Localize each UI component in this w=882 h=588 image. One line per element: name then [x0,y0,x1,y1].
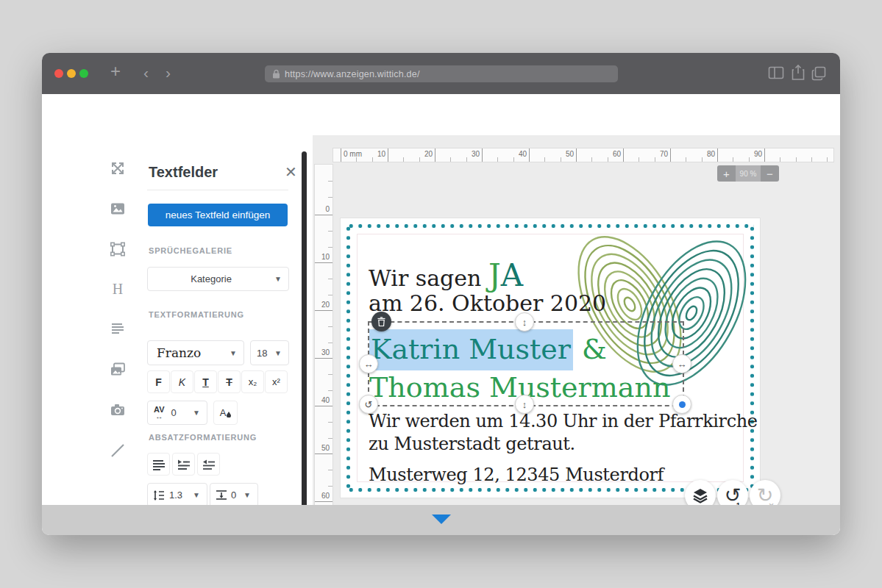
outdent-first-line-icon [202,458,216,471]
delete-textbox-button[interactable] [371,312,391,331]
url-text: https://www.anzeigen.wittich.de/ [285,69,420,79]
paragraph-spacing-control[interactable]: 0 ▼ [210,483,258,507]
chevron-down-icon: ▼ [230,349,237,357]
subscript-button[interactable]: x₂ [241,370,264,393]
insert-textfield-button[interactable]: neues Textfeld einfügen [148,204,288,226]
align-left-button[interactable] [147,453,170,476]
outdent-first-line-button[interactable] [197,453,220,476]
tabs-icon[interactable] [811,66,826,81]
resize-vertical-icon: ↕ [522,317,527,328]
dotted-border-left [346,224,351,492]
resize-horizontal-icon: ↔ [677,359,687,370]
line-height-control[interactable]: 1.3 ▼ [147,483,207,507]
forward-button[interactable]: › [166,63,171,82]
textbox-selection-outline[interactable] [368,321,684,406]
new-tab-button[interactable]: + [110,62,121,81]
line-height-value: 1.3 [169,490,182,501]
card-line-2[interactable]: am 26. Oktober 2020 [369,290,606,316]
divider [147,190,288,190]
resize-right-handle[interactable]: ↔ [672,354,691,373]
zoom-level: 90 % [736,165,761,182]
frame-icon[interactable] [110,241,126,257]
italic-button[interactable]: K [171,370,193,393]
card-address-line[interactable]: Musterweg 12, 12345 Musterdorf [369,465,664,485]
droplet-icon [227,412,231,417]
indent-first-line-button[interactable] [172,453,195,476]
chevron-down-icon: ▼ [243,491,251,499]
panel-scrollbar[interactable] [302,151,307,509]
text-color-button[interactable]: A [213,401,238,425]
line-height-icon [153,490,165,501]
indent-first-line-icon [177,458,191,471]
address-bar[interactable]: https://www.anzeigen.wittich.de/ [265,65,618,82]
underline-button[interactable]: T [194,370,217,393]
lock-icon [272,69,280,79]
zoom-control: + 90 % − [717,165,779,182]
strikethrough-button[interactable]: T [218,370,241,393]
resize-top-handle[interactable]: ↕ [515,312,534,331]
font-family-value: Franzo [157,345,201,360]
desktop: + ‹ › https://www.anzeigen.wittich.de/ [0,0,882,588]
kategorie-value: Kategorie [148,273,274,284]
editor-content: H Textfelder [42,94,840,505]
zoom-in-button[interactable]: + [717,165,736,182]
redo-icon: ↻✕ [757,486,774,506]
text-lines-icon[interactable] [110,320,126,337]
absatz-section-label: ABSATZFORMATIERUNG [149,433,257,442]
card-body-line-2[interactable]: zu Musterstadt getraut. [369,434,575,454]
sprueche-section-label: SPRÜCHEGALERIE [149,246,232,255]
chevron-down-icon: ▼ [193,409,200,417]
card-ja-a: A [501,257,523,293]
panel-title: Textfelder [149,164,218,181]
zoom-out-button[interactable]: − [761,165,779,182]
resize-bottom-handle[interactable]: ↕ [515,395,534,414]
paragraph-spacing-icon [216,490,227,501]
sidebar-icon[interactable] [768,66,784,79]
rotate-icon: ↺ [365,399,373,410]
image-icon[interactable] [110,201,126,217]
superscript-button[interactable]: x² [265,370,288,393]
font-size-dropdown[interactable]: 18 ▼ [250,340,289,365]
gallery-icon[interactable] [110,362,126,378]
layers-icon [691,487,709,504]
move-icon[interactable] [110,160,126,176]
font-family-dropdown[interactable]: Franzo ▼ [147,340,244,365]
letter-spacing-control[interactable]: AV ↔ 0 ▼ [147,401,207,425]
share-icon[interactable] [792,64,805,82]
ruler-vertical: 0102030405060 [314,164,333,526]
ruler-horizontal: 0 mm102030405060708090 [332,148,834,162]
chevron-down-icon: ▼ [274,275,282,283]
browser-titlebar: + ‹ › https://www.anzeigen.wittich.de/ [42,53,840,94]
collapse-panel-button[interactable] [432,514,451,524]
resize-corner-handle[interactable] [672,395,691,414]
letter-spacing-icon: AV ↔ [154,406,164,420]
browser-window: + ‹ › https://www.anzeigen.wittich.de/ [42,53,840,535]
font-size-value: 18 [257,348,267,359]
close-panel-icon[interactable]: ✕ [285,163,297,181]
paragraph-spacing-value: 0 [231,490,236,501]
chevron-down-icon: ▼ [193,491,200,499]
resize-vertical-icon: ↕ [522,399,527,410]
rotate-textbox-handle[interactable]: ↺ [359,395,378,414]
card-ja-j: J [488,257,501,293]
textformat-section-label: TEXTFORMATIERUNG [149,310,244,319]
heading-icon[interactable]: H [110,281,126,297]
chevron-down-icon: ▼ [274,349,282,357]
close-window-button[interactable] [54,69,63,78]
card-body-line-1[interactable]: Wir werden um 14.30 Uhr in der Pfarrkirc… [369,411,758,431]
card-line-1[interactable]: Wir sagen JA [369,257,523,293]
bold-button[interactable]: F [147,370,170,393]
ad-card[interactable]: Wir sagen JA am 26. Oktober 2020 Katrin … [340,218,761,498]
kategorie-dropdown[interactable]: Kategorie ▼ [147,267,289,291]
align-left-icon [152,458,166,471]
minimize-window-button[interactable] [67,69,76,78]
resize-corner-icon [679,401,686,408]
maximize-window-button[interactable] [79,69,88,78]
card-line1-text: Wir sagen [369,265,488,291]
camera-icon[interactable] [110,402,126,418]
resize-horizontal-icon: ↔ [364,359,374,370]
undo-icon: ↺1 [725,486,741,506]
resize-left-handle[interactable]: ↔ [359,354,378,373]
line-icon[interactable] [110,442,126,459]
back-button[interactable]: ‹ [143,63,149,82]
